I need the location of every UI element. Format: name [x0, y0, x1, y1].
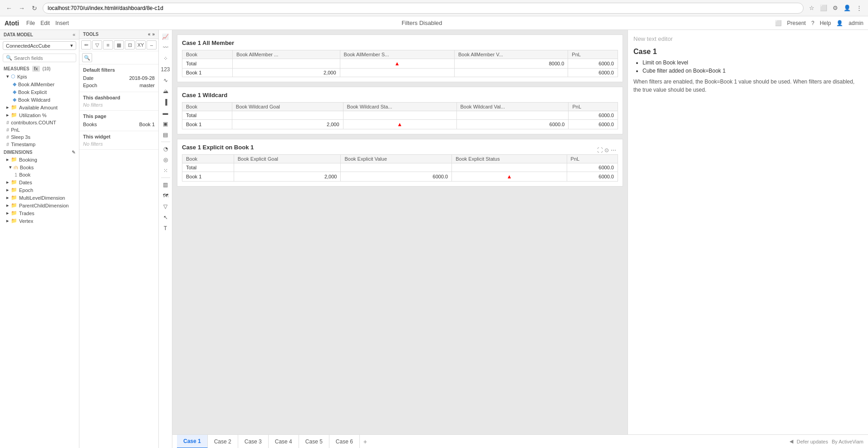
filter-epoch-name: Epoch	[83, 83, 97, 88]
tools-expand-right[interactable]: »	[152, 32, 155, 37]
tree-book-allmember[interactable]: ◆ Book AllMember	[0, 80, 79, 88]
books-expand-icon: ▾	[9, 164, 12, 170]
tb-scatter[interactable]: ⁘	[160, 54, 172, 64]
case-bullet-1: Limit on Book level	[642, 59, 863, 66]
tab-case5[interactable]: Case 5	[299, 435, 329, 448]
search-input[interactable]	[14, 55, 73, 61]
dimensions-edit-icon[interactable]: ✎	[72, 150, 75, 155]
tb-wave[interactable]: 〰	[160, 43, 172, 53]
tb-pie[interactable]: ◔	[160, 144, 172, 154]
browser-url[interactable]	[43, 3, 804, 14]
tb-bullet[interactable]: ▥	[160, 180, 172, 190]
browser-menu[interactable]: ⋮	[854, 4, 863, 13]
col-explicit-value-3: Book Explicit Value	[341, 155, 452, 163]
tree-timestamp[interactable]: # Timestamp	[0, 141, 79, 148]
fx-btn[interactable]: fx	[32, 66, 40, 72]
browser-profile[interactable]: 👤	[843, 4, 852, 13]
tb-bar-vert[interactable]: ▐	[160, 97, 172, 107]
tb-donut[interactable]: ◎	[160, 155, 172, 165]
tab-case4[interactable]: Case 4	[269, 435, 299, 448]
tree-parentchild[interactable]: ▸ 📁 ParentChildDimension	[0, 202, 79, 209]
cube-selector[interactable]: ConnectedAccCube ▾	[3, 41, 76, 50]
tb-line-chart[interactable]: 📈	[160, 32, 172, 42]
tree-vertex[interactable]: ▸ 📁 Vertex	[0, 217, 79, 225]
navigation-left-btn[interactable]: ◀	[790, 438, 793, 444]
menu-edit[interactable]: Edit	[40, 20, 50, 26]
tree-sleep[interactable]: # Sleep 3s	[0, 133, 79, 141]
tree-contributors[interactable]: # contributors.COUNT	[0, 119, 79, 126]
tree-utilization[interactable]: ▸ 📁 Utilization %	[0, 111, 79, 119]
trades-label: Trades	[19, 211, 34, 216]
help-btn[interactable]: Help	[820, 20, 831, 26]
tab-case2[interactable]: Case 2	[208, 435, 238, 448]
tree-epoch[interactable]: ▸ 📁 Epoch	[0, 186, 79, 194]
dimensions-tree: ▸ 📁 Booking ▾ rh Books 1 Book ▸ 📁 Dates	[0, 156, 79, 225]
tb-bar-cluster[interactable]: ▤	[160, 130, 172, 140]
menu-file[interactable]: File	[26, 20, 35, 26]
admin-btn[interactable]: admin	[848, 20, 863, 26]
tool-dash[interactable]: –	[147, 40, 157, 49]
tools-search-row: 🔍	[79, 51, 158, 64]
case-list: Limit on Book level Cube filter added on…	[642, 59, 863, 74]
tab-case1[interactable]: Case 1	[177, 435, 208, 448]
browser-settings[interactable]: ⚙	[831, 4, 840, 13]
present-btn[interactable]: Present	[787, 20, 806, 26]
row-book1-col3-1	[455, 69, 568, 77]
tab-case3[interactable]: Case 3	[238, 435, 269, 448]
epoch-label: Epoch	[19, 187, 33, 193]
widget-refresh-btn[interactable]: ⊙	[604, 147, 609, 153]
app-menu: File Edit Insert	[26, 20, 69, 26]
browser-forward[interactable]: →	[17, 4, 26, 13]
tree-available-amount[interactable]: ▸ 📁 Available Amount	[0, 103, 79, 111]
tool-table[interactable]: ≡	[103, 40, 113, 49]
tb-map[interactable]: 🗺	[160, 191, 172, 201]
tb-bar-stack[interactable]: ▣	[160, 119, 172, 129]
tools-panel: TOOLS « » ✏ ▽ ≡ ▦ ⊡ XY – 🔍 Default filt	[79, 30, 159, 448]
epoch-icon: 📁	[11, 187, 17, 193]
defer-updates[interactable]: Defer updates	[797, 439, 828, 444]
tree-trades[interactable]: ▸ 📁 Trades	[0, 209, 79, 217]
util-icon: 📁	[11, 112, 17, 118]
tb-area[interactable]: ⛰	[160, 86, 172, 96]
col-wildcard-value-2: Book Wildcard Val...	[456, 103, 569, 111]
widget-more-btn[interactable]: ⋯	[611, 147, 616, 153]
tree-book-explicit[interactable]: ◆ Book Explicit	[0, 88, 79, 96]
tree-books[interactable]: ▾ rh Books	[0, 163, 79, 171]
tool-filter[interactable]: ▽	[92, 40, 102, 49]
tree-kpis[interactable]: ▾ ⬡ Kpis	[0, 73, 79, 80]
tool-xy[interactable]: XY	[136, 40, 146, 49]
parentchild-expand-icon: ▸	[6, 202, 9, 208]
browser-refresh[interactable]: ↻	[30, 4, 39, 13]
row-total-col2-1: ▲	[340, 59, 454, 69]
tb-curve[interactable]: ∿	[160, 75, 172, 85]
browser-back[interactable]: ←	[5, 4, 14, 13]
tb-cursor[interactable]: ↖	[160, 212, 172, 222]
tb-text[interactable]: T	[160, 223, 172, 233]
tb-number[interactable]: 123	[160, 64, 172, 74]
widget-expand-btn[interactable]: ⛶	[597, 147, 603, 153]
tool-box[interactable]: ⊡	[125, 40, 135, 49]
sleep-icon: #	[6, 134, 9, 140]
tb-filter2[interactable]: ▽	[160, 202, 172, 212]
tool-grid[interactable]: ▦	[114, 40, 124, 49]
tree-booking[interactable]: ▸ 📁 Booking	[0, 156, 79, 163]
tool-pencil[interactable]: ✏	[81, 40, 91, 49]
tools-expand-left[interactable]: «	[148, 32, 151, 37]
tb-bar-horiz[interactable]: ▬	[160, 108, 172, 118]
tree-multilevel[interactable]: ▸ 📁 MultiLevelDimension	[0, 194, 79, 202]
tree-pnl[interactable]: # PnL	[0, 126, 79, 133]
tab-case6[interactable]: Case 6	[329, 435, 360, 448]
row-book1-col2-2: ▲	[343, 120, 456, 129]
browser-bookmark[interactable]: ☆	[807, 4, 816, 13]
tree-book[interactable]: 1 Book	[0, 171, 79, 178]
data-model-collapse[interactable]: «	[73, 32, 75, 37]
tb-bubble[interactable]: ⁙	[160, 166, 172, 176]
tree-book-wildcard[interactable]: ◆ Book Wildcard	[0, 96, 79, 103]
menu-insert[interactable]: Insert	[55, 20, 69, 26]
tab-add-btn[interactable]: +	[360, 438, 371, 445]
browser-puzzle[interactable]: ⬜	[819, 4, 828, 13]
row-total-col1-3	[234, 163, 341, 172]
tools-search-btn[interactable]: 🔍	[82, 53, 92, 62]
row-book1-col1-1: 2,000	[232, 69, 340, 77]
tree-dates[interactable]: ▸ 📁 Dates	[0, 178, 79, 186]
